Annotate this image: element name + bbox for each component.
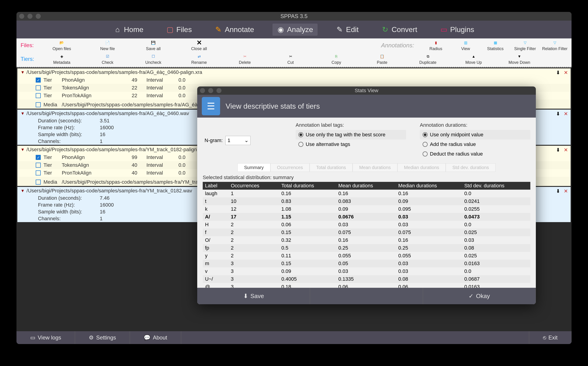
table-row[interactable]: y20.110.0550.0550.025 bbox=[203, 252, 530, 260]
table-row[interactable]: m30.150.050.030.0163 bbox=[203, 260, 530, 267]
delete-button[interactable]: ✂Delete bbox=[222, 53, 268, 65]
uncheck-button[interactable]: ☐Uncheck bbox=[130, 53, 176, 65]
modal-min-button[interactable] bbox=[208, 88, 213, 93]
table-row[interactable]: k121.080.090.0950.0255 bbox=[203, 205, 530, 213]
tab-occurrences[interactable]: Occurrences bbox=[270, 163, 310, 172]
move-up-button[interactable]: ▲Move Up bbox=[451, 53, 496, 65]
nav-convert[interactable]: ↻Convert bbox=[377, 23, 422, 36]
media-checkbox[interactable] bbox=[36, 180, 41, 185]
panel-close-icon[interactable]: ✕ bbox=[562, 188, 569, 195]
tags-title: Annotation label tags: bbox=[296, 122, 406, 128]
rename-button[interactable]: ⇄Rename bbox=[176, 53, 222, 65]
move-down-button[interactable]: ▼Move Down bbox=[496, 53, 542, 65]
tier-row[interactable]: TierPhonAlign49Interval0.0 bbox=[17, 76, 571, 84]
tags-option-alt[interactable]: Use alternative tags bbox=[296, 139, 406, 149]
panel-close-icon[interactable]: ✕ bbox=[562, 110, 569, 117]
table-row[interactable]: t100.830.0830.090.0241 bbox=[203, 198, 530, 205]
paste-button[interactable]: 📋Paste bbox=[359, 53, 405, 65]
tier-checkbox[interactable] bbox=[36, 170, 41, 175]
tier-checkbox[interactable] bbox=[36, 77, 41, 83]
minimize-window-button[interactable] bbox=[27, 14, 32, 19]
durations-option-mid[interactable]: Use only midpoint value bbox=[420, 130, 530, 139]
nav-plugins[interactable]: ▭Plugins bbox=[436, 23, 479, 36]
tab-total[interactable]: Total durations bbox=[310, 163, 352, 172]
nav-edit[interactable]: ✎Edit bbox=[331, 23, 363, 36]
panel-close-icon[interactable]: ✕ bbox=[562, 69, 569, 76]
modal-header: ☰ View descriptive stats of tiers bbox=[197, 95, 536, 118]
col-median[interactable]: Median durations bbox=[396, 182, 462, 190]
table-row[interactable]: v30.090.030.030.0 bbox=[203, 267, 530, 275]
toolbar-divider bbox=[16, 67, 572, 68]
download-icon: ⬇ bbox=[243, 293, 248, 300]
copy-button[interactable]: ⎘Copy bbox=[313, 53, 359, 65]
tier-checkbox[interactable] bbox=[36, 155, 41, 160]
metadata-button[interactable]: ◈Metadata bbox=[39, 53, 85, 65]
table-row[interactable]: f20.150.0750.0750.025 bbox=[203, 229, 530, 236]
durations-option-add[interactable]: Add the radius value bbox=[420, 139, 530, 149]
nav-analyze[interactable]: ◉Analyze bbox=[273, 23, 318, 36]
nav-annotate[interactable]: ✎Annotate bbox=[210, 23, 259, 36]
col-occ[interactable]: Occurrences bbox=[229, 182, 279, 190]
tab-median[interactable]: Median durations bbox=[397, 163, 446, 172]
single-filter-button[interactable]: ▽Single Filter bbox=[510, 39, 540, 51]
footer-bar: ▭View logs ⚙Settings 💬About ⎋Exit bbox=[16, 331, 572, 344]
table-row[interactable]: O/20.320.160.160.03 bbox=[203, 236, 530, 244]
panel-save-icon[interactable]: ⬇ bbox=[555, 69, 561, 76]
statistics-button[interactable]: ▦Statistics bbox=[481, 39, 510, 51]
nav-files[interactable]: ▢Files bbox=[162, 23, 197, 36]
new-file-button[interactable]: 📄New file bbox=[85, 39, 130, 51]
open-files-button[interactable]: 📂Open files bbox=[39, 39, 85, 51]
exit-button[interactable]: ⎋Exit bbox=[529, 331, 572, 344]
tier-checkbox[interactable] bbox=[36, 85, 41, 90]
view-logs-button[interactable]: ▭View logs bbox=[16, 331, 75, 344]
settings-button[interactable]: ⚙Settings bbox=[75, 331, 130, 344]
table-row[interactable]: H20.060.030.030.0 bbox=[203, 221, 530, 229]
modal-okay-button[interactable]: ✓Okay bbox=[423, 288, 536, 304]
check-button[interactable]: ☑Check bbox=[85, 53, 130, 65]
relation-filter-button[interactable]: ▽Relation Filter bbox=[540, 39, 570, 51]
tab-stddev[interactable]: Std dev. durations bbox=[446, 163, 496, 172]
modal-max-button[interactable] bbox=[216, 88, 221, 93]
durations-option-deduct[interactable]: Deduct the radius value bbox=[420, 149, 530, 159]
tab-summary[interactable]: Summary bbox=[237, 163, 270, 172]
save-all-button[interactable]: 💾Save all bbox=[130, 39, 176, 51]
modal-title: Stats View bbox=[355, 88, 378, 94]
about-button[interactable]: 💬About bbox=[130, 331, 181, 344]
col-label[interactable]: Label bbox=[203, 182, 229, 190]
panel-save-icon[interactable]: ⬇ bbox=[555, 188, 561, 195]
col-total[interactable]: Total durations bbox=[279, 182, 336, 190]
file-header[interactable]: ▼/Users/bigi/Projects/sppas-code/samples… bbox=[17, 69, 571, 76]
maximize-window-button[interactable] bbox=[36, 14, 41, 19]
ngram-select[interactable]: 1⌄ bbox=[225, 136, 251, 145]
movedown-icon: ▼ bbox=[516, 53, 523, 60]
table-row[interactable]: fp20.50.250.250.08 bbox=[203, 244, 530, 252]
nav-home[interactable]: ⌂Home bbox=[109, 23, 148, 36]
tags-option-best[interactable]: Use only the tag with the best score bbox=[296, 130, 406, 139]
tier-checkbox[interactable] bbox=[36, 163, 41, 168]
close-window-button[interactable] bbox=[19, 14, 24, 19]
tab-mean[interactable]: Mean durations bbox=[352, 163, 397, 172]
panel-close-icon[interactable]: ✕ bbox=[562, 147, 569, 153]
chevron-down-icon: ⌄ bbox=[244, 137, 248, 144]
panel-save-icon[interactable]: ⬇ bbox=[555, 110, 561, 117]
media-checkbox[interactable] bbox=[36, 102, 41, 107]
radio-icon bbox=[298, 132, 303, 137]
table-row[interactable]: A/171.150.06760.030.0473 bbox=[203, 213, 530, 221]
view-button[interactable]: ▥View bbox=[451, 39, 481, 51]
plugin-icon: ▭ bbox=[440, 26, 448, 33]
duplicate-button[interactable]: ⧉Duplicate bbox=[405, 53, 451, 65]
close-all-button[interactable]: ✕Close all bbox=[176, 39, 222, 51]
files-label: Files: bbox=[18, 42, 39, 48]
table-row[interactable]: laugh10.160.160.160.0 bbox=[203, 190, 530, 198]
radius-button[interactable]: ▮Radius bbox=[421, 39, 451, 51]
pencil-icon: ✎ bbox=[215, 26, 222, 33]
col-std[interactable]: Std dev. durations bbox=[462, 182, 530, 190]
table-row[interactable]: U~/30.40050.13350.080.0687 bbox=[203, 275, 530, 283]
col-mean[interactable]: Mean durations bbox=[336, 182, 396, 190]
tier-checkbox[interactable] bbox=[36, 93, 41, 98]
files-toolbar-row: Files: 📂Open files 📄New file 💾Save all ✕… bbox=[16, 38, 572, 52]
panel-save-icon[interactable]: ⬇ bbox=[555, 147, 561, 153]
modal-save-button[interactable]: ⬇Save bbox=[197, 288, 310, 304]
modal-close-button[interactable] bbox=[200, 88, 205, 93]
cut-button[interactable]: ✂Cut bbox=[268, 53, 313, 65]
